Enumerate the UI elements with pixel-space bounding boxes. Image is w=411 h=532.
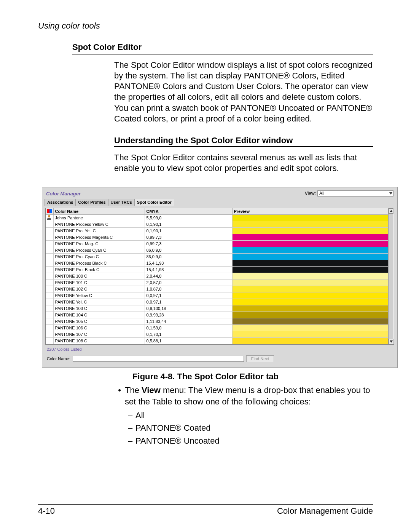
table-scrollbar[interactable] — [388, 208, 393, 344]
scroll-track-space[interactable] — [389, 214, 393, 339]
table-row[interactable]: PANTONE Pro. Cyan C86,0,9,0 — [46, 254, 388, 260]
table-row[interactable]: PANTONE 100 C2,0,44,0 — [46, 273, 388, 280]
color-swatch — [233, 325, 388, 331]
row-preview-cell — [232, 234, 388, 241]
sub-list: –All–PANTONE® Coated–PANTONE® Uncoated — [125, 410, 373, 447]
footer-rule — [38, 504, 373, 505]
tab-user-trcs[interactable]: User TRCs — [108, 199, 135, 206]
row-cmyk-cell: 0,1,70,1 — [145, 331, 232, 338]
table-row[interactable]: PANTONE 108 C0,5,88,1 — [46, 338, 388, 344]
row-name-cell: PANTONE 106 C — [53, 325, 145, 331]
row-preview-cell — [232, 338, 388, 344]
view-label: View: — [305, 191, 316, 196]
list-item-body: PANTONE® Uncoated — [135, 435, 373, 447]
tab-spot-color-editor[interactable]: Spot Color Editor — [134, 199, 174, 206]
row-icon-cell — [46, 234, 53, 241]
table-row[interactable]: PANTONE 103 C0,9,100,18 — [46, 305, 388, 312]
column-header-cmyk[interactable]: CMYK — [145, 208, 232, 215]
row-name-cell: PANTONE Yellow C — [53, 292, 145, 299]
table-row[interactable]: PANTONE 101 C2,0,57,0 — [46, 280, 388, 286]
row-icon-cell — [46, 267, 53, 273]
app-title: Color Manager — [46, 191, 81, 197]
row-name-cell: PANTONE Pro. Black C — [53, 267, 145, 273]
app-body: Color Name CMYK Preview Johns Pantone5,5… — [42, 206, 397, 367]
user-color-icon — [47, 215, 52, 220]
row-preview-cell — [232, 247, 388, 254]
row-cmyk-cell: 0,5,88,1 — [145, 338, 232, 344]
color-swatch — [233, 305, 388, 312]
row-preview-cell — [232, 331, 388, 338]
row-cmyk-cell: 0,9,100,18 — [145, 305, 232, 312]
row-cmyk-cell: 15,4,1,93 — [145, 267, 232, 273]
bullet-icon: • — [114, 385, 125, 407]
view-dropdown[interactable]: All — [317, 190, 393, 197]
table-row[interactable]: PANTONE Process Yellow C0,1,90,1 — [46, 221, 388, 228]
footer-book-title: Color Management Guide — [277, 506, 373, 516]
row-preview-cell — [232, 312, 388, 318]
row-icon-cell — [46, 241, 53, 247]
column-header-icon[interactable] — [46, 208, 53, 215]
row-cmyk-cell: 0,99,7,3 — [145, 234, 232, 241]
list-item: –PANTONE® Coated — [125, 422, 373, 434]
color-manager-window: Color Manager View: All AssociationsColo… — [42, 187, 398, 368]
table-row[interactable]: PANTONE 102 C1,0,87,0 — [46, 286, 388, 292]
bold-keyword: View — [142, 385, 161, 395]
color-swatch — [233, 234, 388, 240]
row-icon-cell — [46, 312, 53, 318]
row-name-cell: PANTONE 104 C — [53, 312, 145, 318]
row-preview-cell — [232, 305, 388, 312]
row-icon-cell — [46, 215, 53, 221]
row-preview-cell — [232, 267, 388, 273]
table-row[interactable]: PANTONE Pro. Yel. C0,1,90,1 — [46, 228, 388, 234]
dash-icon: – — [125, 422, 135, 434]
row-preview-cell — [232, 318, 388, 325]
legend-icon — [47, 209, 52, 213]
table-row[interactable]: PANTONE 106 C0,1,59,0 — [46, 325, 388, 331]
table-row[interactable]: PANTONE Process Magenta C0,99,7,3 — [46, 234, 388, 241]
row-preview-cell — [232, 228, 388, 234]
row-cmyk-cell: 0,1,90,1 — [145, 221, 232, 228]
row-cmyk-cell: 0,1,90,1 — [145, 228, 232, 234]
color-swatch — [233, 338, 388, 344]
tab-associations[interactable]: Associations — [45, 199, 76, 206]
color-name-input[interactable] — [73, 356, 244, 362]
column-header-name[interactable]: Color Name — [53, 208, 145, 215]
color-table: Color Name CMYK Preview Johns Pantone5,5… — [46, 208, 388, 344]
row-cmyk-cell: 2,0,44,0 — [145, 273, 232, 280]
row-name-cell: PANTONE Process Magenta C — [53, 234, 145, 241]
color-swatch — [233, 331, 388, 337]
table-row[interactable]: PANTONE 104 C0,9,99,28 — [46, 312, 388, 318]
row-icon-cell — [46, 247, 53, 254]
list-item: –PANTONE® Uncoated — [125, 435, 373, 447]
triangle-down-icon — [390, 340, 393, 343]
row-name-cell: PANTONE 101 C — [53, 280, 145, 286]
column-header-preview[interactable]: Preview — [232, 208, 388, 215]
row-preview-cell — [232, 215, 388, 221]
table-row[interactable]: PANTONE Pro. Black C15,4,1,93 — [46, 267, 388, 273]
row-cmyk-cell: 86,0,9,0 — [145, 254, 232, 260]
row-icon-cell — [46, 318, 53, 325]
row-cmyk-cell: 0,1,59,0 — [145, 325, 232, 331]
table-row[interactable]: PANTONE Pro. Mag. C0,99,7,3 — [46, 241, 388, 247]
color-swatch — [233, 286, 388, 292]
row-cmyk-cell: 86,0,9,0 — [145, 247, 232, 254]
row-cmyk-cell: 1,0,87,0 — [145, 286, 232, 292]
tab-color-profiles[interactable]: Color Profiles — [75, 199, 108, 206]
table-row[interactable]: PANTONE 107 C0,1,70,1 — [46, 331, 388, 338]
scroll-down-button[interactable] — [389, 339, 393, 344]
row-preview-cell — [232, 299, 388, 305]
color-swatch — [233, 299, 388, 305]
find-next-button[interactable]: Find Next — [246, 355, 274, 362]
table-row[interactable]: PANTONE Process Cyan C86,0,9,0 — [46, 247, 388, 254]
table-row[interactable]: PANTONE 105 C1,11,83,44 — [46, 318, 388, 325]
table-row[interactable]: PANTONE Yellow C0,0,97,1 — [46, 292, 388, 299]
color-swatch — [233, 228, 388, 234]
table-row[interactable]: Johns Pantone5,5,99,0 — [46, 215, 388, 221]
table-row[interactable]: PANTONE Yel. C0,0,97,1 — [46, 299, 388, 305]
color-swatch — [233, 280, 388, 286]
row-preview-cell — [232, 292, 388, 299]
list-item-body: All — [135, 410, 373, 421]
row-icon-cell — [46, 228, 53, 234]
scroll-up-button[interactable] — [389, 208, 393, 214]
table-row[interactable]: PANTONE Process Black C15,4,1,93 — [46, 260, 388, 267]
